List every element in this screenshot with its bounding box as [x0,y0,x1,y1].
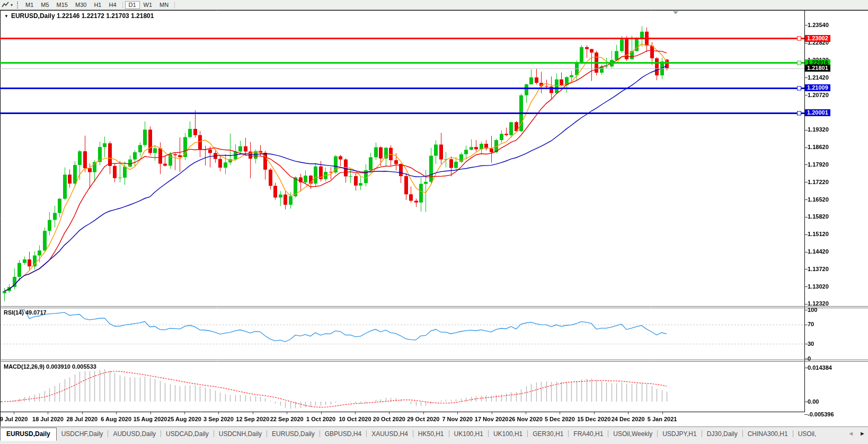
tab-item-usdcnh-daily[interactable]: USDCNH,Daily [214,428,267,440]
date-label: 15 Dec 2020 [577,416,610,422]
tab-item-usdcad-daily[interactable]: USDCAD,Daily [161,428,214,440]
tab-item-usoil-[interactable]: USOil, [793,428,821,440]
date-label: 20 Oct 2020 [373,416,405,422]
rsi-tick-label: 30 [808,341,814,347]
current-price-badge: 1.21801 [805,65,830,72]
price-tick-label: 1.17920 [808,161,829,168]
rsi-tick-label: 100 [808,307,817,313]
price-tick-label: 1.18620 [808,144,829,150]
chart-tab-bar: EURUSD,DailyUSDCHF,DailyAUDUSD,DailyUSDC… [0,426,868,444]
tab-item-uk100-h1[interactable]: UK100,H1 [489,428,527,440]
timeframe-button-w1[interactable]: W1 [140,1,156,9]
tab-item-audusd-daily[interactable]: AUDUSD,Daily [108,428,161,440]
date-label: 24 Dec 2020 [612,416,645,422]
date-label: 9 Jul 2020 [0,416,28,422]
macd-tick-label: 0.014384 [808,364,832,371]
date-label: 6 Aug 2020 [101,416,131,422]
chart-tabs: EURUSD,DailyUSDCHF,DailyAUDUSD,DailyUSDC… [0,427,848,441]
date-label: 25 Aug 2020 [167,416,201,422]
rsi-tick-label: 70 [808,321,814,327]
date-label: 10 Oct 2020 [339,416,371,422]
timeframe-buttons: M1M5M15M30H1H4D1W1MN [22,1,177,9]
price-tick-label: 1.15820 [808,213,829,220]
timeframe-button-d1[interactable]: D1 [125,1,140,9]
price-tick-label: 1.14420 [808,248,829,255]
price-tick-label: 1.19320 [808,126,829,133]
price-tick-label: 1.16520 [808,196,829,203]
chart-menu-caret-icon[interactable]: ▼ [4,14,8,19]
tab-scroll-left-icon[interactable]: ◄ [848,430,854,437]
price-tick-label: 1.15120 [808,231,829,237]
toolbar-drag-handle[interactable] [17,2,18,8]
toolbar-separator [122,2,123,8]
hline-price-badge: 1.20001 [805,109,830,116]
chart-title: ▼ EURUSD,Daily 1.22146 1.22172 1.21703 1… [4,12,154,20]
chart-shift-marker-icon [673,11,678,14]
tab-item-xauusd-h4[interactable]: XAUUSD,H4 [367,428,413,440]
tab-item-dj30-daily[interactable]: DJ30,Daily [702,428,742,440]
date-label: 22 Sep 2020 [270,416,304,422]
date-label: 3 Sep 2020 [203,416,234,422]
date-label: 18 Jul 2020 [32,416,64,422]
tab-item-eurusd-daily[interactable]: EURUSD,Daily [267,428,320,440]
tab-item-gbpusd-h4[interactable]: GBPUSD,H4 [320,428,366,440]
date-label: 7 Nov 2020 [442,416,472,422]
tab-item-fra40-h1[interactable]: FRA40,H1 [569,428,608,440]
timeframe-button-m15[interactable]: M15 [53,1,72,9]
tab-item-hk50-h1[interactable]: HK50,H1 [413,428,449,440]
date-label: 17 Nov 2020 [475,416,509,422]
tab-item-usdjpy-h1[interactable]: USDJPY,H1 [658,428,701,440]
hline-price-badge: 1.21009 [805,84,830,91]
timeframe-button-m5[interactable]: M5 [37,1,52,9]
toolbar: ▾ M1M5M15M30H1H4D1W1MN [0,0,868,10]
date-label: 28 Jul 2020 [66,416,98,422]
rsi-tick-label: 0 [808,355,811,362]
dropdown-caret-icon[interactable]: ▾ [11,3,13,7]
price-tick-label: 1.17220 [808,179,829,185]
tab-item-china300-h1[interactable]: CHINA300,H1 [743,428,793,440]
tab-scroll-buttons: ◄ ► [848,430,865,437]
price-tick-label: 1.23540 [808,22,829,28]
trend-tool-icon [2,1,10,8]
date-label: 12 Sep 2020 [236,416,269,422]
timeframe-button-h4[interactable]: H4 [105,1,120,9]
hline-price-badge: 1.23002 [805,35,830,42]
toolbar-separator [174,2,175,8]
macd-tick-label: -0.005396 [808,411,834,417]
date-label: 5 Jan 2021 [648,416,677,422]
chart-title-text: EURUSD,Daily 1.22146 1.22172 1.21703 1.2… [11,12,154,20]
price-tick-label: 1.13720 [808,266,829,272]
date-label: 15 Aug 2020 [134,416,167,422]
macd-pane-label: MACD(12,26,9) 0.003910 0.005533 [4,363,96,370]
rsi-pane-label: RSI(14) 49.0717 [4,309,47,316]
price-tick-label: 1.13020 [808,283,829,290]
tab-item-uk100-h1[interactable]: UK100,H1 [449,428,488,440]
timeframe-button-mn[interactable]: MN [156,1,172,9]
price-chart-canvas[interactable] [0,0,868,444]
tab-item-eurusd-daily[interactable]: EURUSD,Daily [0,428,57,441]
timeframe-button-m1[interactable]: M1 [22,1,37,9]
price-tick-label: 1.21420 [808,74,829,81]
timeframe-button-h1[interactable]: H1 [90,1,105,9]
date-label: 29 Oct 2020 [407,416,439,422]
date-label: 26 Nov 2020 [509,416,543,422]
date-label: 1 Oct 2020 [306,416,335,422]
tab-item-usdchf-daily[interactable]: USDCHF,Daily [57,428,108,440]
timeframe-button-m30[interactable]: M30 [72,1,90,9]
trend-tool-button[interactable]: ▾ [2,1,13,8]
price-tick-label: 1.20720 [808,92,829,98]
date-label: 5 Dec 2020 [545,416,575,422]
tab-item-ger30-h1[interactable]: GER30,H1 [528,428,568,440]
macd-tick-label: 0.00 [808,398,819,405]
tab-item-usoil-weekly[interactable]: USOil,Weekly [608,428,657,440]
tab-scroll-right-icon[interactable]: ► [860,430,865,437]
